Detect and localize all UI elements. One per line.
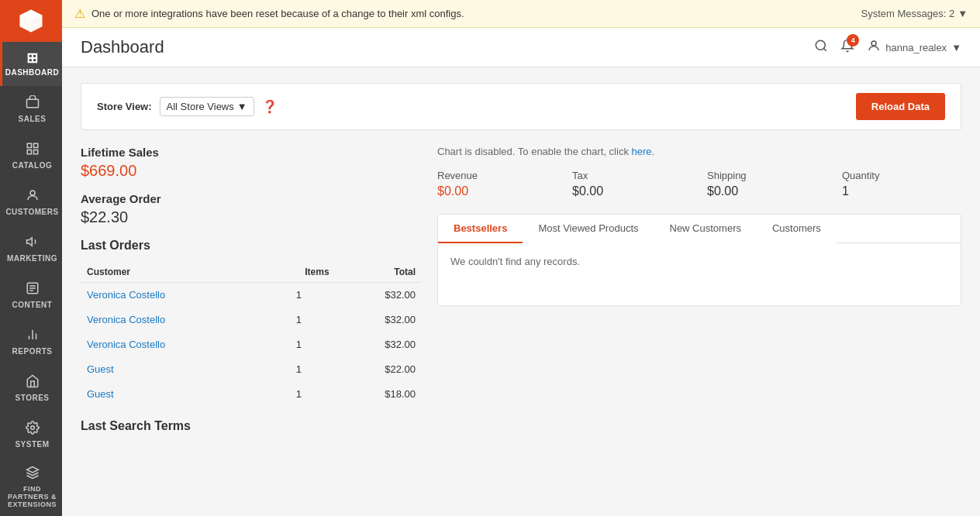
items-cell: 1 [262,283,336,308]
stat-item: Shipping $0.00 [707,170,826,198]
tab-bestsellers[interactable]: Bestsellers [438,215,523,243]
tab-new-customers[interactable]: New Customers [654,215,757,243]
svg-point-15 [816,40,826,50]
store-view-label: Store View: [97,101,152,112]
page-content: Store View: All Store Views ▼ ❓ Reload D… [62,67,980,516]
user-menu-button[interactable]: hanna_realex ▼ [867,39,961,57]
table-row: Guest 1 $22.00 [81,357,422,382]
svg-rect-1 [27,143,31,147]
integrations-link[interactable]: integrations [151,8,203,19]
alert-bar: ⚠ One or more integrations have been res… [62,0,980,28]
sidebar-item-catalog[interactable]: CATALOG [0,132,62,179]
sales-icon [26,95,40,112]
stat-value: $0.00 [707,184,826,198]
customer-link[interactable]: Guest [87,388,114,400]
chart-disabled-message: Chart is disabled. To enable the chart, … [437,146,961,157]
last-search-terms-title: Last Search Terms [81,419,422,433]
stat-label: Tax [572,170,692,181]
right-column: Chart is disabled. To enable the chart, … [437,146,961,442]
svg-rect-2 [33,143,37,147]
sidebar-item-stores[interactable]: STORES [0,365,62,411]
header-actions: 4 hanna_realex ▼ [814,39,961,57]
customer-link[interactable]: Veronica Costello [87,289,165,301]
last-orders-title: Last Orders [81,239,422,253]
alert-message: ⚠ One or more integrations have been res… [74,6,464,21]
main-content: ⚠ One or more integrations have been res… [62,0,980,516]
sidebar-item-find-partners[interactable]: FIND PARTNERS & EXTENSIONS [0,458,62,516]
last-search-terms-section: Last Search Terms [81,419,422,433]
alert-text: One or more integrations have been reset… [91,8,464,19]
col-items: Items [262,262,336,283]
stat-item: Revenue $0.00 [437,170,557,198]
table-row: Veronica Costello 1 $32.00 [81,332,422,357]
average-order-label: Average Order [81,192,422,205]
svg-point-14 [30,426,34,430]
stat-label: Shipping [707,170,826,181]
warning-icon: ⚠ [74,6,85,21]
help-icon[interactable]: ❓ [262,99,278,114]
page-header: Dashboard 4 hanna_realex ▼ [62,28,980,67]
customer-link[interactable]: Veronica Costello [87,314,165,325]
tabs-header: BestsellersMost Viewed ProductsNew Custo… [438,215,961,243]
sidebar-item-sales[interactable]: SALES [0,86,62,132]
total-cell: $18.00 [336,382,422,407]
svg-rect-0 [26,99,38,108]
left-column: Lifetime Sales $669.00 Average Order $22… [81,146,422,442]
reports-icon [26,328,40,344]
average-order-value: $22.30 [81,208,422,226]
sidebar-logo[interactable] [0,0,62,42]
sidebar-item-content[interactable]: CONTENT [0,272,62,318]
store-view-bar: Store View: All Store Views ▼ ❓ Reload D… [81,83,961,130]
items-cell: 1 [262,308,336,332]
chevron-down-icon: ▼ [958,8,968,19]
stat-label: Revenue [437,170,557,181]
tab-most-viewed[interactable]: Most Viewed Products [523,215,654,243]
search-icon[interactable] [814,39,828,57]
lifetime-sales-block: Lifetime Sales $669.00 [81,146,422,180]
notification-badge: 4 [847,34,859,46]
system-messages-btn[interactable]: System Messages: 2 ▼ [861,8,968,19]
sidebar-item-customers[interactable]: CUSTOMERS [0,179,62,225]
user-chevron-icon: ▼ [951,42,961,53]
svg-rect-4 [33,150,37,154]
svg-point-5 [30,191,35,195]
total-cell: $22.00 [336,357,422,382]
items-cell: 1 [262,382,336,407]
user-icon [867,39,881,57]
sidebar-item-marketing[interactable]: MARKETING [0,225,62,272]
total-cell: $32.00 [336,283,422,308]
sidebar: ⊞ DASHBOARD SALES CATALOG CUSTOMERS MARK… [0,0,62,516]
stat-value: 1 [842,184,961,198]
system-icon [26,421,40,437]
store-view-select[interactable]: All Store Views ▼ [160,97,254,116]
col-total: Total [336,262,422,283]
tab-empty-message: We couldn't find any records. [450,256,580,267]
partners-icon [26,466,40,482]
stats-row: Revenue $0.00 Tax $0.00 Shipping $0.00 Q… [437,170,961,198]
col-customer: Customer [81,262,262,283]
sidebar-item-reports[interactable]: REPORTS [0,318,62,365]
stores-icon [26,374,40,390]
svg-point-17 [871,41,876,46]
dashboard-icon: ⊞ [26,51,39,65]
sidebar-item-dashboard[interactable]: ⊞ DASHBOARD [0,42,62,86]
customers-icon [26,188,40,205]
content-icon [26,281,40,298]
chart-enable-link[interactable]: here [632,146,652,157]
tab-customers[interactable]: Customers [757,215,837,243]
lifetime-sales-value: $669.00 [81,162,422,180]
dashboard-grid: Lifetime Sales $669.00 Average Order $22… [81,146,961,442]
stat-label: Quantity [842,170,961,181]
select-chevron-icon: ▼ [237,101,247,112]
marketing-icon [26,235,40,251]
customer-link[interactable]: Guest [87,363,114,375]
tabs-container: BestsellersMost Viewed ProductsNew Custo… [437,214,961,306]
average-order-block: Average Order $22.30 [81,192,422,226]
total-cell: $32.00 [336,332,422,357]
items-cell: 1 [262,332,336,357]
svg-rect-3 [27,150,31,154]
sidebar-item-system[interactable]: SYSTEM [0,411,62,458]
reload-data-button[interactable]: Reload Data [856,93,945,120]
notifications-button[interactable]: 4 [840,39,854,57]
customer-link[interactable]: Veronica Costello [87,339,165,350]
